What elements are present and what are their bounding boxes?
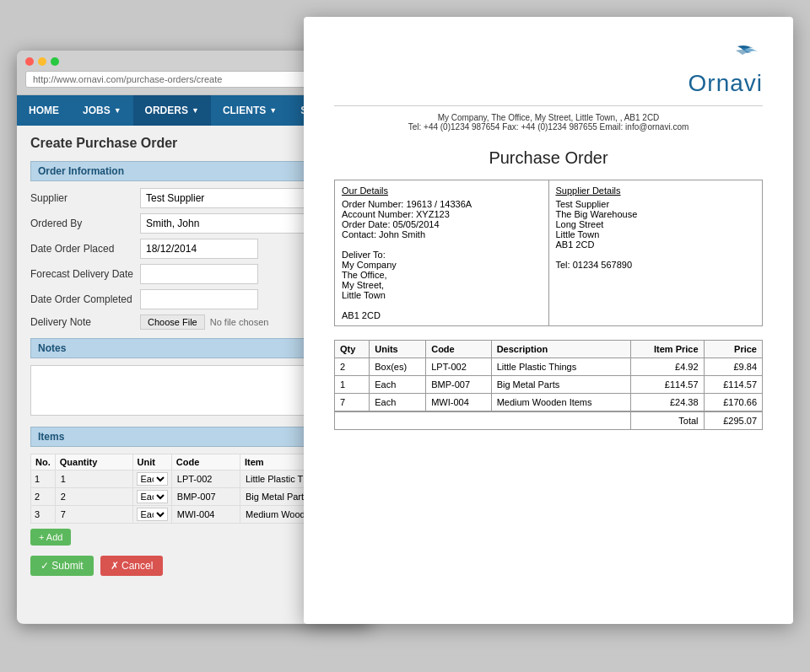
minimize-dot[interactable] <box>38 57 46 66</box>
item-unit[interactable]: Each Box(es) <box>132 488 171 506</box>
nav-home[interactable]: HOME <box>17 95 71 126</box>
deliver-company: My Company <box>342 260 542 270</box>
item-no: 3 <box>31 506 56 524</box>
company-info-line2: Tel: +44 (0)1234 987654 Fax: +44 (0)1234… <box>334 122 763 132</box>
po-price: £170.66 <box>704 394 762 412</box>
screen-container: http://www.ornavi.com/purchase-orders/cr… <box>17 17 793 655</box>
po-title: Purchase Order <box>334 148 763 168</box>
item-unit[interactable]: Each Box(es) <box>132 470 171 488</box>
qty-input[interactable] <box>59 473 129 485</box>
supplier-name: Test Supplier <box>556 199 756 209</box>
col-code: Code <box>171 454 240 470</box>
account-number: Account Number: XYZ123 <box>342 209 542 219</box>
item-qty[interactable] <box>55 488 132 506</box>
qty-input[interactable] <box>59 491 129 503</box>
date-completed-input[interactable] <box>140 289 258 309</box>
supplier-addr2: Long Street <box>556 219 756 229</box>
total-value: £295.07 <box>704 411 762 430</box>
submit-btn[interactable]: ✓ Submit <box>30 556 94 576</box>
doc-inner: Ornavi My Company, The Office, My Street… <box>304 17 793 455</box>
col-unit: Unit <box>132 454 171 470</box>
item-no: 2 <box>31 488 56 506</box>
date-placed-input[interactable] <box>140 239 258 259</box>
item-qty[interactable] <box>55 506 132 524</box>
col-qty: Qty <box>335 341 370 358</box>
po-desc: Little Plastic Things <box>491 358 631 376</box>
unit-select[interactable]: Each Box(es) <box>137 472 168 486</box>
total-empty <box>335 411 631 430</box>
close-dot[interactable] <box>25 57 34 66</box>
col-desc: Description <box>491 341 631 358</box>
supplier-addr1: The Big Warehouse <box>556 209 756 219</box>
logo-area: Ornavi <box>688 42 763 97</box>
po-qty: 1 <box>335 376 370 394</box>
po-code: LPT-002 <box>426 358 491 376</box>
supplier-tel: Tel: 01234 567890 <box>556 260 756 270</box>
cancel-btn[interactable]: ✗ Cancel <box>100 556 164 576</box>
nav-jobs[interactable]: JOBS ▼ <box>71 95 133 126</box>
po-details-table: Our Details Order Number: 19613 / 14336A… <box>334 180 763 326</box>
item-code[interactable] <box>171 506 240 524</box>
forecast-delivery-label: Forecast Delivery Date <box>30 268 140 280</box>
po-item-row: 2 Box(es) LPT-002 Little Plastic Things … <box>335 358 763 376</box>
supplier-addr3: Little Town <box>556 229 756 239</box>
total-row: Total £295.07 <box>335 411 763 430</box>
jobs-caret: ▼ <box>114 106 122 115</box>
po-item-price: £24.38 <box>631 394 704 412</box>
po-units: Each <box>370 394 426 412</box>
qty-input[interactable] <box>59 508 129 520</box>
choose-file-btn[interactable]: Choose File <box>140 314 205 330</box>
code-input[interactable] <box>176 473 236 485</box>
nav-clients[interactable]: CLIENTS ▼ <box>211 95 289 126</box>
date-completed-label: Date Order Completed <box>30 293 140 305</box>
ordered-by-label: Ordered By <box>30 218 140 229</box>
po-items-table: Qty Units Code Description Item Price Pr… <box>334 340 763 430</box>
po-code: BMP-007 <box>426 376 491 394</box>
code-input[interactable] <box>176 508 236 520</box>
total-label: Total <box>631 411 704 430</box>
col-price: Price <box>704 341 762 358</box>
unit-select[interactable]: Each Box(es) <box>137 490 168 503</box>
company-info-line1: My Company, The Office, My Street, Littl… <box>334 113 763 122</box>
po-qty: 2 <box>335 358 370 376</box>
our-details-header: Our Details <box>342 185 542 196</box>
po-qty: 7 <box>335 394 370 412</box>
item-no: 1 <box>31 470 56 488</box>
purchase-order-document: Ornavi My Company, The Office, My Street… <box>304 17 793 624</box>
deliver-postcode: AB1 2CD <box>342 310 542 320</box>
col-no: No. <box>31 454 56 470</box>
add-item-btn[interactable]: + Add <box>30 529 71 546</box>
item-unit[interactable]: Each Box(es) <box>132 506 171 524</box>
item-code[interactable] <box>171 470 240 488</box>
item-qty[interactable] <box>55 470 132 488</box>
logo-bird <box>688 42 763 70</box>
po-item-row: 7 Each MWI-004 Medium Wooden Items £24.3… <box>335 394 763 412</box>
col-qty: Quantity <box>55 454 132 470</box>
supplier-details-cell: Supplier Details Test Supplier The Big W… <box>548 180 763 326</box>
col-item-price: Item Price <box>631 341 704 358</box>
delivery-note-label: Delivery Note <box>30 316 140 328</box>
orders-caret: ▼ <box>192 106 199 115</box>
forecast-delivery-input[interactable] <box>140 264 258 284</box>
col-code: Code <box>426 341 491 358</box>
file-input-row: Choose File No file chosen <box>140 314 268 330</box>
unit-select[interactable]: Each Box(es) <box>137 508 168 521</box>
company-info: My Company, The Office, My Street, Littl… <box>334 105 763 132</box>
po-desc: Medium Wooden Items <box>491 394 631 412</box>
po-item-price: £114.57 <box>631 376 704 394</box>
code-input[interactable] <box>176 491 236 503</box>
contact: Contact: John Smith <box>342 229 542 239</box>
po-item-row: 1 Each BMP-007 Big Metal Parts £114.57 £… <box>335 376 763 394</box>
col-units: Units <box>370 341 426 358</box>
ornavi-bird-icon <box>695 42 763 67</box>
date-placed-label: Date Order Placed <box>30 243 140 255</box>
supplier-postcode: AB1 2CD <box>556 239 756 250</box>
nav-orders[interactable]: ORDERS ▼ <box>133 95 211 126</box>
maximize-dot[interactable] <box>51 57 59 66</box>
supplier-label: Supplier <box>30 192 140 204</box>
po-item-price: £4.92 <box>631 358 704 376</box>
po-price: £9.84 <box>704 358 762 376</box>
po-desc: Big Metal Parts <box>491 376 631 394</box>
item-code[interactable] <box>171 488 240 506</box>
deliver-to-header: Deliver To: <box>342 250 542 260</box>
